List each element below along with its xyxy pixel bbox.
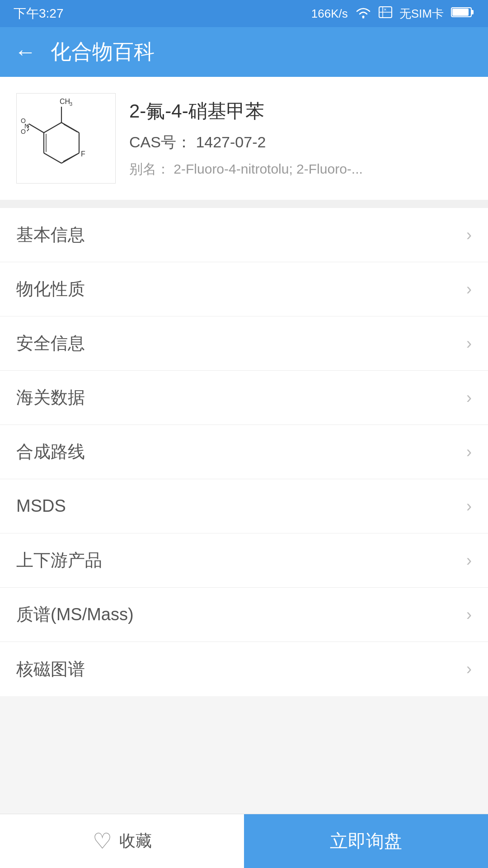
favorite-label: 收藏 (119, 830, 152, 852)
chevron-right-icon-synthesis-route: › (466, 443, 472, 462)
chevron-right-icon-mass-spectrum: › (466, 605, 472, 624)
chevron-right-icon-upstream-downstream: › (466, 551, 472, 570)
page-title: 化合物百科 (51, 38, 155, 66)
svg-point-0 (362, 15, 364, 18)
menu-item-label-msds: MSDS (16, 496, 66, 516)
svg-text:CH: CH (60, 98, 70, 105)
chevron-right-icon-physical-chem: › (466, 280, 472, 299)
svg-line-13 (44, 123, 61, 133)
chevron-right-icon-safety-info: › (466, 334, 472, 353)
menu-item-nmr[interactable]: 核磁图谱› (0, 642, 488, 696)
heart-icon: ♡ (93, 830, 112, 852)
menu-item-label-physical-chem: 物化性质 (16, 278, 85, 301)
svg-rect-7 (471, 10, 474, 14)
alias-value: 2-Fluoro-4-nitrotolu; 2-Fluoro-... (174, 161, 362, 176)
menu-item-label-mass-spectrum: 质谱(MS/Mass) (16, 603, 134, 626)
inquiry-label: 立即询盘 (330, 829, 402, 854)
status-right-icons: 166K/s ✕ 无SIM卡 (311, 6, 474, 22)
menu-item-label-upstream-downstream: 上下游产品 (16, 549, 102, 572)
menu-item-safety-info[interactable]: 安全信息› (0, 316, 488, 371)
menu-item-label-synthesis-route: 合成路线 (16, 440, 85, 463)
compound-name: 2-氟-4-硝基甲苯 (129, 99, 472, 124)
chevron-right-icon-nmr: › (466, 660, 472, 679)
menu-item-mass-spectrum[interactable]: 质谱(MS/Mass)› (0, 588, 488, 642)
svg-text:3: 3 (70, 101, 72, 107)
compound-alias: 别名： 2-Fluoro-4-nitrotolu; 2-Fluoro-... (129, 160, 472, 179)
chevron-right-icon-msds: › (466, 497, 472, 516)
battery-icon (451, 6, 474, 21)
menu-item-label-basic-info: 基本信息 (16, 223, 85, 246)
network-speed: 166K/s (311, 7, 348, 21)
menu-item-label-customs-data: 海关数据 (16, 386, 85, 409)
menu-item-physical-chem[interactable]: 物化性质› (0, 262, 488, 316)
inquiry-button[interactable]: 立即询盘 (244, 814, 488, 868)
compound-cas: CAS号： 1427-07-2 (129, 132, 472, 153)
svg-line-11 (44, 153, 61, 164)
menu-item-upstream-downstream[interactable]: 上下游产品› (0, 533, 488, 588)
svg-text:F: F (81, 150, 85, 158)
svg-line-15 (63, 154, 77, 161)
compound-info: 2-氟-4-硝基甲苯 CAS号： 1427-07-2 别名： 2-Fluoro-… (129, 99, 472, 179)
alias-label: 别名： (129, 161, 170, 176)
molecule-svg: CH 3 F O N O (21, 98, 111, 179)
menu-item-label-safety-info: 安全信息 (16, 332, 85, 355)
chevron-right-icon-basic-info: › (466, 226, 472, 245)
svg-text:O: O (21, 128, 26, 135)
chevron-right-icon-customs-data: › (466, 388, 472, 407)
sim-label: 无SIM卡 (399, 6, 444, 22)
svg-line-14 (64, 124, 77, 132)
section-divider (0, 200, 488, 208)
menu-item-label-nmr: 核磁图谱 (16, 658, 85, 681)
menu-item-synthesis-route[interactable]: 合成路线› (0, 425, 488, 479)
sim-icon: ✕ (379, 6, 392, 21)
toolbar: ← 化合物百科 (0, 27, 488, 77)
back-button[interactable]: ← (14, 41, 36, 63)
menu-item-msds[interactable]: MSDS› (0, 479, 488, 533)
compound-image: CH 3 F O N O (16, 93, 116, 184)
menu-item-basic-info[interactable]: 基本信息› (0, 208, 488, 262)
menu-list: 基本信息›物化性质›安全信息›海关数据›合成路线›MSDS›上下游产品›质谱(M… (0, 208, 488, 696)
svg-line-21 (29, 124, 44, 133)
wifi-icon (355, 6, 371, 22)
svg-text:✕: ✕ (384, 8, 387, 12)
cas-number: 1427-07-2 (196, 133, 266, 151)
svg-rect-6 (452, 9, 469, 16)
compound-card: CH 3 F O N O 2-氟-4-硝基甲苯 CAS号： 1427-07-2 … (0, 77, 488, 200)
status-time: 下午3:27 (14, 5, 64, 22)
menu-item-customs-data[interactable]: 海关数据› (0, 371, 488, 425)
cas-label: CAS号： (129, 133, 192, 151)
favorite-button[interactable]: ♡ 收藏 (0, 814, 244, 868)
status-bar: 下午3:27 166K/s ✕ 无SIM卡 (0, 0, 488, 27)
bottom-bar: ♡ 收藏 立即询盘 (0, 814, 488, 868)
